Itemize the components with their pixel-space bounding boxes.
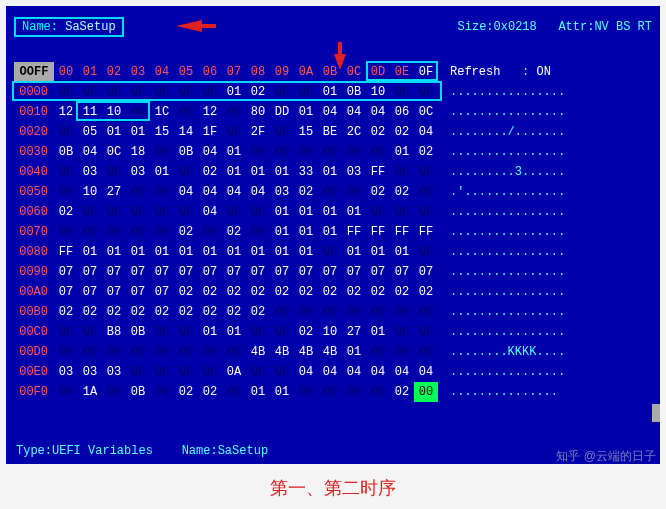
byte-0060-4[interactable]: 00 bbox=[150, 202, 174, 222]
byte-0040-9[interactable]: 01 bbox=[270, 162, 294, 182]
byte-0020-2[interactable]: 01 bbox=[102, 122, 126, 142]
byte-0030-F[interactable]: 02 bbox=[414, 142, 438, 162]
byte-0050-A[interactable]: 02 bbox=[294, 182, 318, 202]
byte-00E0-9[interactable]: 00 bbox=[270, 362, 294, 382]
byte-00E0-B[interactable]: 04 bbox=[318, 362, 342, 382]
byte-0050-D[interactable]: 02 bbox=[366, 182, 390, 202]
byte-0070-5[interactable]: 02 bbox=[174, 222, 198, 242]
byte-00C0-D[interactable]: 01 bbox=[366, 322, 390, 342]
byte-00B0-B[interactable]: 00 bbox=[318, 302, 342, 322]
byte-0070-1[interactable]: 00 bbox=[78, 222, 102, 242]
byte-00B0-D[interactable]: 00 bbox=[366, 302, 390, 322]
byte-0010-1[interactable]: 11 bbox=[78, 102, 102, 122]
byte-0030-3[interactable]: 18 bbox=[126, 142, 150, 162]
byte-0080-5[interactable]: 01 bbox=[174, 242, 198, 262]
byte-0010-7[interactable]: 00 bbox=[222, 102, 246, 122]
byte-00F0-F[interactable]: 00 bbox=[414, 382, 438, 402]
byte-00B0-6[interactable]: 02 bbox=[198, 302, 222, 322]
byte-0020-4[interactable]: 15 bbox=[150, 122, 174, 142]
byte-0060-E[interactable]: 00 bbox=[390, 202, 414, 222]
byte-0010-C[interactable]: 04 bbox=[342, 102, 366, 122]
byte-0000-C[interactable]: 0B bbox=[342, 82, 366, 102]
byte-0020-0[interactable]: 00 bbox=[54, 122, 78, 142]
byte-0040-3[interactable]: 03 bbox=[126, 162, 150, 182]
byte-00D0-7[interactable]: 00 bbox=[222, 342, 246, 362]
byte-00C0-2[interactable]: B8 bbox=[102, 322, 126, 342]
byte-0090-0[interactable]: 07 bbox=[54, 262, 78, 282]
byte-00F0-C[interactable]: 00 bbox=[342, 382, 366, 402]
byte-00A0-E[interactable]: 02 bbox=[390, 282, 414, 302]
byte-00C0-B[interactable]: 10 bbox=[318, 322, 342, 342]
byte-0020-6[interactable]: 1F bbox=[198, 122, 222, 142]
byte-00C0-8[interactable]: 00 bbox=[246, 322, 270, 342]
byte-0020-3[interactable]: 01 bbox=[126, 122, 150, 142]
byte-00B0-5[interactable]: 02 bbox=[174, 302, 198, 322]
byte-00F0-D[interactable]: 00 bbox=[366, 382, 390, 402]
byte-00E0-7[interactable]: 0A bbox=[222, 362, 246, 382]
byte-00A0-8[interactable]: 02 bbox=[246, 282, 270, 302]
byte-00E0-D[interactable]: 04 bbox=[366, 362, 390, 382]
byte-0090-D[interactable]: 07 bbox=[366, 262, 390, 282]
byte-0080-7[interactable]: 01 bbox=[222, 242, 246, 262]
byte-00C0-6[interactable]: 01 bbox=[198, 322, 222, 342]
byte-0040-D[interactable]: FF bbox=[366, 162, 390, 182]
byte-0020-B[interactable]: BE bbox=[318, 122, 342, 142]
byte-00D0-0[interactable]: 00 bbox=[54, 342, 78, 362]
byte-0000-0[interactable]: 00 bbox=[54, 82, 78, 102]
byte-0000-A[interactable]: 00 bbox=[294, 82, 318, 102]
byte-00A0-9[interactable]: 02 bbox=[270, 282, 294, 302]
byte-00F0-0[interactable]: 00 bbox=[54, 382, 78, 402]
byte-00F0-2[interactable]: 00 bbox=[102, 382, 126, 402]
byte-00D0-8[interactable]: 4B bbox=[246, 342, 270, 362]
byte-0010-3[interactable]: 00 bbox=[126, 102, 150, 122]
byte-0020-1[interactable]: 05 bbox=[78, 122, 102, 142]
byte-0070-7[interactable]: 02 bbox=[222, 222, 246, 242]
byte-00A0-4[interactable]: 07 bbox=[150, 282, 174, 302]
byte-0080-F[interactable]: 00 bbox=[414, 242, 438, 262]
byte-0070-F[interactable]: FF bbox=[414, 222, 438, 242]
byte-0080-8[interactable]: 01 bbox=[246, 242, 270, 262]
byte-00E0-2[interactable]: 03 bbox=[102, 362, 126, 382]
byte-0030-4[interactable]: 00 bbox=[150, 142, 174, 162]
byte-0000-B[interactable]: 01 bbox=[318, 82, 342, 102]
byte-0090-C[interactable]: 07 bbox=[342, 262, 366, 282]
byte-0010-4[interactable]: 1C bbox=[150, 102, 174, 122]
byte-0060-B[interactable]: 01 bbox=[318, 202, 342, 222]
byte-0030-1[interactable]: 04 bbox=[78, 142, 102, 162]
scrollbar-thumb[interactable] bbox=[652, 404, 660, 422]
byte-00B0-8[interactable]: 02 bbox=[246, 302, 270, 322]
byte-0000-7[interactable]: 01 bbox=[222, 82, 246, 102]
byte-0060-8[interactable]: 00 bbox=[246, 202, 270, 222]
byte-00B0-2[interactable]: 02 bbox=[102, 302, 126, 322]
byte-0080-1[interactable]: 01 bbox=[78, 242, 102, 262]
byte-00F0-9[interactable]: 01 bbox=[270, 382, 294, 402]
byte-0070-C[interactable]: FF bbox=[342, 222, 366, 242]
byte-00C0-4[interactable]: 00 bbox=[150, 322, 174, 342]
byte-0080-2[interactable]: 01 bbox=[102, 242, 126, 262]
byte-0050-6[interactable]: 04 bbox=[198, 182, 222, 202]
byte-0060-9[interactable]: 01 bbox=[270, 202, 294, 222]
byte-0010-5[interactable]: 00 bbox=[174, 102, 198, 122]
byte-00D0-6[interactable]: 00 bbox=[198, 342, 222, 362]
byte-0090-8[interactable]: 07 bbox=[246, 262, 270, 282]
byte-00C0-3[interactable]: 0B bbox=[126, 322, 150, 342]
byte-00D0-E[interactable]: 00 bbox=[390, 342, 414, 362]
byte-0050-E[interactable]: 02 bbox=[390, 182, 414, 202]
byte-0080-C[interactable]: 01 bbox=[342, 242, 366, 262]
byte-0020-7[interactable]: 00 bbox=[222, 122, 246, 142]
byte-0090-B[interactable]: 07 bbox=[318, 262, 342, 282]
byte-0050-2[interactable]: 27 bbox=[102, 182, 126, 202]
byte-0070-A[interactable]: 01 bbox=[294, 222, 318, 242]
byte-0070-9[interactable]: 01 bbox=[270, 222, 294, 242]
byte-00E0-E[interactable]: 04 bbox=[390, 362, 414, 382]
byte-00B0-7[interactable]: 02 bbox=[222, 302, 246, 322]
byte-0060-2[interactable]: 00 bbox=[102, 202, 126, 222]
byte-0020-A[interactable]: 15 bbox=[294, 122, 318, 142]
byte-0060-7[interactable]: 00 bbox=[222, 202, 246, 222]
byte-00E0-A[interactable]: 04 bbox=[294, 362, 318, 382]
byte-0040-C[interactable]: 03 bbox=[342, 162, 366, 182]
byte-0010-8[interactable]: 80 bbox=[246, 102, 270, 122]
byte-0030-A[interactable]: 00 bbox=[294, 142, 318, 162]
byte-0020-9[interactable]: 00 bbox=[270, 122, 294, 142]
byte-0060-D[interactable]: 00 bbox=[366, 202, 390, 222]
